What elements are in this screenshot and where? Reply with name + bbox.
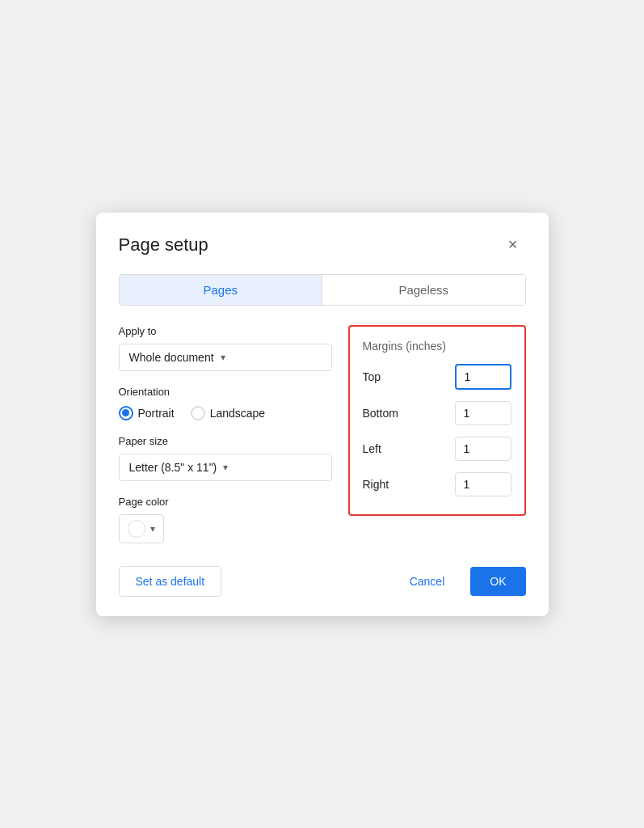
radio-portrait[interactable]: Portrait (119, 406, 175, 420)
orientation-radio-group: Portrait Landscape (119, 406, 332, 420)
dialog-footer: Set as default Cancel OK (119, 566, 526, 597)
radio-portrait-label: Portrait (138, 407, 175, 420)
ok-button[interactable]: OK (470, 567, 525, 596)
radio-portrait-dot (122, 409, 129, 416)
margin-bottom-input[interactable] (455, 401, 511, 425)
content-row: Apply to Whole document ▾ Orientation Po… (119, 325, 526, 543)
margin-top-label: Top (363, 370, 403, 383)
margin-top-input[interactable] (455, 364, 511, 390)
apply-to-label: Apply to (119, 325, 332, 337)
margins-unit: (inches) (406, 340, 446, 353)
cancel-button[interactable]: Cancel (394, 567, 461, 596)
margin-left-label: Left (363, 442, 403, 455)
apply-to-dropdown[interactable]: Whole document ▾ (119, 344, 332, 371)
paper-size-label: Paper size (119, 435, 332, 447)
margins-panel: Margins (inches) Top Bottom Left Right (348, 325, 526, 516)
margin-row-bottom: Bottom (363, 401, 511, 425)
margin-left-input[interactable] (455, 437, 511, 461)
margin-row-left: Left (363, 437, 511, 461)
apply-to-value: Whole document (129, 351, 214, 364)
tab-pageless[interactable]: Pageless (322, 275, 525, 305)
radio-landscape-circle (191, 406, 205, 420)
dialog-title: Page setup (119, 234, 208, 256)
footer-right-buttons: Cancel OK (394, 567, 526, 596)
apply-to-arrow-icon: ▾ (221, 352, 225, 363)
color-circle-icon (128, 520, 145, 538)
paper-size-dropdown[interactable]: Letter (8.5" x 11") ▾ (119, 454, 332, 481)
color-arrow-icon: ▾ (150, 523, 155, 534)
tab-bar: Pages Pageless (119, 274, 526, 306)
margin-right-input[interactable] (455, 472, 511, 496)
page-setup-dialog: Page setup × Pages Pageless Apply to Who… (96, 213, 549, 616)
radio-portrait-circle (119, 406, 133, 420)
margin-bottom-label: Bottom (363, 407, 403, 420)
left-panel: Apply to Whole document ▾ Orientation Po… (119, 325, 332, 543)
set-as-default-button[interactable]: Set as default (119, 566, 222, 597)
dialog-header: Page setup × (119, 232, 526, 258)
tab-pages[interactable]: Pages (120, 275, 322, 305)
margin-row-top: Top (363, 364, 511, 390)
paper-size-arrow-icon: ▾ (223, 462, 228, 473)
margins-title: Margins (inches) (363, 340, 511, 353)
radio-landscape[interactable]: Landscape (191, 406, 266, 420)
page-color-picker[interactable]: ▾ (119, 514, 164, 543)
margin-right-label: Right (363, 478, 403, 491)
margin-row-right: Right (363, 472, 511, 496)
radio-landscape-label: Landscape (210, 407, 266, 420)
margins-label: Margins (363, 340, 403, 353)
orientation-label: Orientation (119, 386, 332, 398)
page-color-label: Page color (119, 496, 332, 508)
paper-size-value: Letter (8.5" x 11") (129, 461, 217, 474)
close-button[interactable]: × (500, 232, 526, 258)
